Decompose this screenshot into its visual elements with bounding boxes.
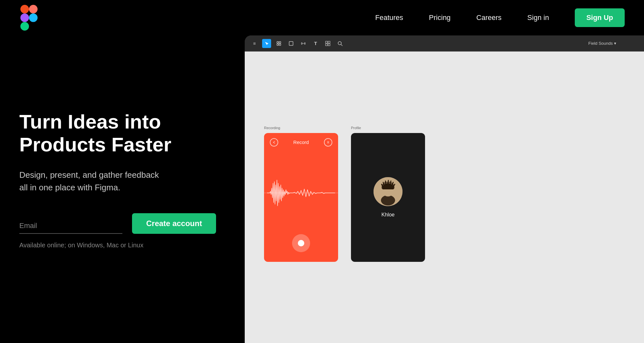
svg-rect-5 <box>277 42 279 43</box>
svg-line-15 <box>341 44 342 46</box>
nav-features[interactable]: Features <box>375 14 403 22</box>
project-name: Field Sounds ▾ <box>588 41 616 46</box>
svg-rect-10 <box>326 41 327 43</box>
nav-links: Features Pricing Careers Sign in Sign Up <box>375 8 625 27</box>
figma-canvas: Recording Record <box>245 52 644 343</box>
svg-rect-4 <box>20 22 29 31</box>
signup-button[interactable]: Sign Up <box>575 8 625 27</box>
svg-point-19 <box>381 195 395 205</box>
nav-pricing[interactable]: Pricing <box>429 14 450 22</box>
waveform-svg <box>264 174 338 212</box>
svg-rect-7 <box>277 44 279 45</box>
email-input[interactable] <box>19 218 122 234</box>
hero-title: Turn Ideas into Products Faster <box>19 110 225 156</box>
comment-tool-icon[interactable] <box>336 39 345 48</box>
profile-frame-label: Profile <box>351 126 361 130</box>
nav-signin[interactable]: Sign in <box>527 14 549 22</box>
profile-frame: Khloe <box>351 133 425 262</box>
location-icon <box>324 138 332 147</box>
avatar-image <box>374 177 402 206</box>
grid-tool-icon[interactable] <box>323 39 332 48</box>
main-content: Turn Ideas into Products Faster Design, … <box>0 35 644 343</box>
figma-logo <box>19 5 39 31</box>
waveform-area <box>264 152 338 234</box>
svg-rect-2 <box>20 14 29 22</box>
record-button-inner <box>298 240 304 246</box>
svg-point-16 <box>327 141 329 143</box>
profile-frame-wrapper: Profile <box>351 133 425 262</box>
figma-window: ≡ <box>245 35 644 343</box>
left-panel: Turn Ideas into Products Faster Design, … <box>0 35 245 343</box>
create-account-button[interactable]: Create account <box>132 213 216 234</box>
svg-rect-9 <box>289 42 293 45</box>
record-button-area <box>292 234 310 262</box>
recording-frame-header: Record <box>264 133 338 152</box>
svg-line-25 <box>390 181 391 185</box>
rect-tool-icon[interactable] <box>287 39 296 48</box>
hero-subtitle: Design, present, and gather feedbackall … <box>19 169 225 194</box>
avatar <box>374 177 402 206</box>
text-tool-icon[interactable]: T <box>311 39 320 48</box>
svg-rect-8 <box>279 44 281 45</box>
email-row: Create account <box>19 213 225 234</box>
svg-rect-1 <box>29 5 38 14</box>
svg-line-24 <box>388 180 388 185</box>
cursor-tool-icon[interactable] <box>262 39 271 48</box>
email-input-wrapper <box>19 218 122 234</box>
recording-title: Record <box>293 139 309 145</box>
svg-rect-0 <box>20 5 29 14</box>
recording-frame: Record <box>264 133 338 262</box>
svg-rect-11 <box>328 41 330 43</box>
right-panel: ≡ <box>245 35 644 343</box>
link-tool-icon[interactable] <box>299 39 308 48</box>
back-arrow-icon <box>270 138 278 147</box>
recording-frame-wrapper: Recording Record <box>264 133 338 262</box>
availability-text: Available online; on Windows, Mac or Lin… <box>19 242 225 249</box>
hamburger-icon[interactable]: ≡ <box>250 39 259 48</box>
svg-rect-12 <box>326 44 327 46</box>
svg-rect-13 <box>328 44 330 46</box>
recording-frame-label: Recording <box>264 126 280 130</box>
record-button[interactable] <box>292 234 310 252</box>
move-tool-icon[interactable] <box>274 39 283 48</box>
nav-careers[interactable]: Careers <box>476 14 501 22</box>
svg-point-3 <box>29 14 38 22</box>
svg-rect-6 <box>279 42 281 43</box>
profile-name: Khloe <box>382 212 395 218</box>
figma-toolbar: ≡ <box>245 35 644 52</box>
svg-line-23 <box>385 181 386 185</box>
navbar: Features Pricing Careers Sign in Sign Up <box>0 0 644 35</box>
